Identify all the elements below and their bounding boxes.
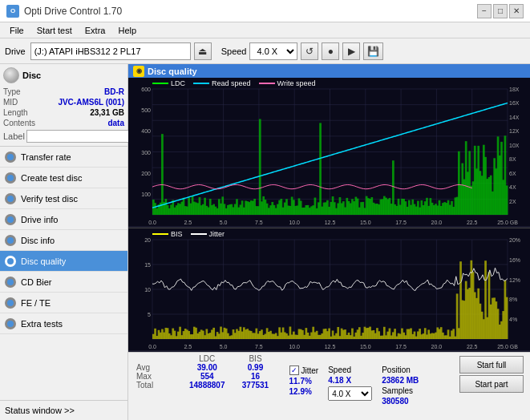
read-speed-legend: Read speed [193, 79, 251, 87]
eject-button[interactable]: ⏏ [194, 42, 212, 60]
tool-btn-2[interactable]: ▶ [342, 42, 360, 60]
type-label: Type [3, 87, 21, 96]
mid-value: JVC-AMS6L (001) [58, 98, 124, 107]
sidebar: Disc Type BD-R MID JVC-AMS6L (001) Lengt… [0, 64, 128, 420]
sidebar-item-extra-tests[interactable]: Extra tests [0, 313, 127, 334]
top-chart: LDC Read speed Write speed [128, 78, 530, 228]
menu-extra[interactable]: Extra [79, 22, 112, 38]
max-jitter: 12.9% [289, 387, 319, 396]
start-part-button[interactable]: Start part [459, 375, 524, 393]
drive-label: Drive [5, 46, 26, 56]
disc-icon [3, 67, 19, 83]
sidebar-item-fe-te[interactable]: FE / TE [0, 293, 127, 313]
avg-label: Avg [135, 363, 183, 372]
bis-legend: BIS [152, 230, 183, 238]
disc-title: Disc [22, 71, 41, 80]
drive-select[interactable]: (J:) ATAPI iHBS312 2 PL17 [30, 42, 191, 60]
avg-row: Avg 39.00 0.99 [135, 363, 280, 372]
read-speed-color [193, 83, 209, 84]
speed-section: Speed 4.18 X 4.0 X [328, 354, 372, 401]
label-input[interactable] [26, 130, 133, 143]
speed-select[interactable]: 4.0 X 1.0 X 2.0 X 6.0 X 8.0 X MAX [249, 42, 297, 60]
jitter-label: Jitter [209, 230, 225, 238]
contents-value: data [107, 119, 124, 127]
sidebar-status: Status window >> [0, 400, 127, 420]
speed-unit-select[interactable]: 4.0 X [328, 386, 372, 401]
action-buttons: Start full Start part [456, 354, 527, 394]
speed-header: Speed [328, 365, 372, 374]
cd-bier-label: CD Bier [21, 277, 52, 287]
bottom-chart: BIS Jitter [128, 228, 530, 352]
disc-quality-icon-header: ◉ [133, 66, 144, 77]
max-row: Max 554 16 [135, 372, 280, 381]
close-button[interactable]: ✕ [509, 4, 524, 18]
jitter-legend: Jitter [191, 230, 225, 238]
ldc-legend: LDC [152, 79, 185, 87]
menu-file[interactable]: File [3, 22, 30, 38]
avg-jitter: 11.7% [289, 377, 319, 386]
status-window-button[interactable]: Status window >> [0, 401, 127, 420]
speed-label: Speed [221, 46, 247, 56]
ldc-label: LDC [171, 79, 185, 87]
app-icon: O [6, 5, 19, 18]
bottom-chart-canvas [128, 228, 530, 350]
avg-ldc: 39.00 [183, 363, 232, 372]
jitter-col-header: Jitter [301, 366, 319, 375]
length-label: Length [3, 108, 28, 117]
type-value: BD-R [104, 87, 124, 96]
samples-value: 380580 [382, 397, 419, 406]
disc-info-icon [5, 235, 16, 246]
total-bis: 377531 [232, 381, 280, 390]
read-speed-label: Read speed [212, 79, 251, 87]
menu-start-test[interactable]: Start test [30, 22, 79, 38]
app-title: Opti Drive Control 1.70 [24, 6, 122, 17]
avg-speed: 4.18 X [328, 376, 372, 385]
sidebar-item-disc-info[interactable]: Disc info [0, 230, 127, 251]
bis-col-header: BIS [232, 354, 280, 363]
fe-te-label: FE / TE [21, 298, 51, 308]
chart-container: LDC Read speed Write speed [128, 78, 530, 352]
max-ldc: 554 [183, 372, 232, 381]
disc-info-label: Disc info [21, 236, 55, 245]
sidebar-item-drive-info[interactable]: Drive info [0, 209, 127, 230]
jitter-checkbox[interactable]: ✓ [289, 365, 299, 375]
start-full-button[interactable]: Start full [459, 356, 524, 374]
write-speed-legend: Write speed [259, 79, 316, 87]
bis-color [152, 233, 168, 235]
contents-label: Contents [3, 119, 35, 127]
sidebar-item-verify-test-disc[interactable]: Verify test disc [0, 188, 127, 209]
total-label: Total [135, 381, 183, 390]
stats-table: LDC BIS Avg 39.00 0.99 Max 554 [135, 354, 280, 390]
disc-quality-icon [5, 256, 16, 267]
menu-bar: File Start test Extra Help [0, 22, 530, 38]
write-speed-color [259, 83, 275, 84]
maximize-button[interactable]: □ [493, 4, 508, 18]
position-section: Position 23862 MB Samples 380580 [382, 354, 419, 406]
disc-section: Disc Type BD-R MID JVC-AMS6L (001) Lengt… [0, 64, 127, 147]
sidebar-item-cd-bier[interactable]: CD Bier [0, 272, 127, 293]
label-label: Label [3, 131, 25, 141]
avg-bis: 0.99 [232, 363, 280, 372]
total-row: Total 14888807 377531 [135, 381, 280, 390]
top-chart-canvas [128, 78, 530, 226]
sidebar-item-disc-quality[interactable]: Disc quality [0, 251, 127, 272]
jitter-color [191, 233, 207, 235]
stats-row: LDC BIS Avg 39.00 0.99 Max 554 [128, 352, 530, 420]
save-button[interactable]: 💾 [363, 42, 383, 60]
tool-btn-1[interactable]: ● [322, 42, 339, 60]
toolbar: Drive (J:) ATAPI iHBS312 2 PL17 ⏏ Speed … [0, 38, 530, 64]
bis-label: BIS [171, 230, 183, 238]
main-area: Disc Type BD-R MID JVC-AMS6L (001) Lengt… [0, 64, 530, 420]
create-test-disc-label: Create test disc [21, 173, 82, 183]
menu-help[interactable]: Help [111, 22, 143, 38]
refresh-button[interactable]: ↺ [301, 42, 318, 60]
disc-quality-header: ◉ Disc quality [128, 64, 530, 78]
sidebar-item-create-test-disc[interactable]: Create test disc [0, 168, 127, 188]
mid-label: MID [3, 98, 18, 107]
minimize-button[interactable]: − [477, 4, 492, 18]
disc-quality-label: Disc quality [21, 256, 66, 266]
drive-info-label: Drive info [21, 215, 58, 224]
sidebar-item-transfer-rate[interactable]: Transfer rate [0, 147, 127, 168]
create-test-disc-icon [5, 172, 16, 184]
length-value: 23,31 GB [90, 108, 124, 117]
